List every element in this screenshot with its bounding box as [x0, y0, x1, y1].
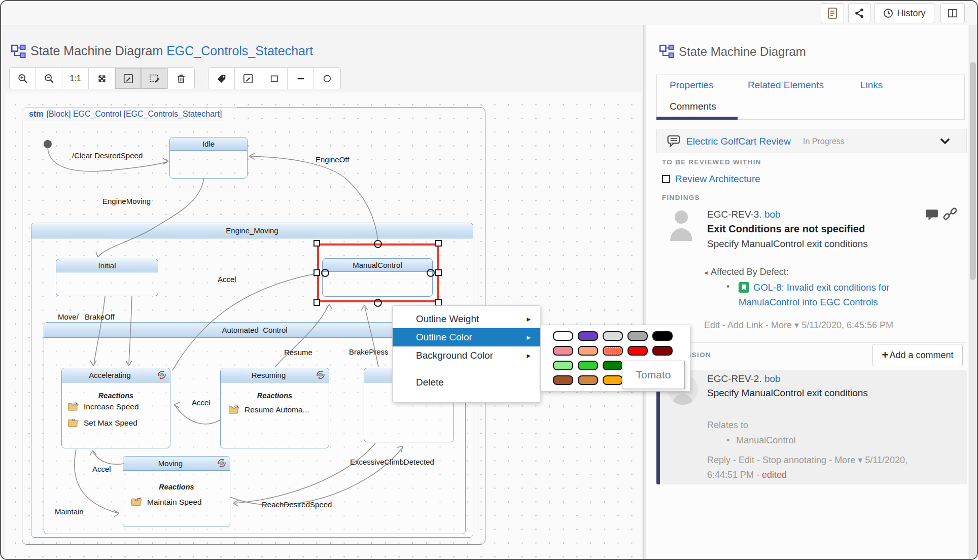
link-icon[interactable]	[942, 206, 958, 222]
zoom-reset-button[interactable]: 1:1	[62, 68, 89, 89]
state-accelerating[interactable]: Accelerating Reactions Increase Speed Se…	[61, 368, 170, 448]
menu-item-background-color[interactable]: Background Color ▸	[393, 346, 540, 365]
transition-label[interactable]: EngineMoving	[102, 197, 151, 205]
color-swatch-black[interactable]	[652, 331, 673, 341]
review-name[interactable]: Electric GolfCart Review	[686, 136, 791, 147]
color-swatch-limegreen[interactable]	[578, 361, 598, 370]
tab-related-elements[interactable]: Related Elements	[748, 80, 824, 91]
connection-anchor[interactable]	[321, 269, 329, 277]
review-status: In Progress	[803, 137, 845, 146]
selection-handle[interactable]	[313, 240, 320, 247]
connection-anchor[interactable]	[427, 269, 435, 277]
state-initial[interactable]: Initial	[56, 259, 158, 296]
submenu-arrow-icon: ▸	[527, 314, 531, 324]
delete-element-button[interactable]	[168, 68, 194, 89]
document-button[interactable]	[821, 3, 844, 23]
state-idle[interactable]: Idle	[169, 137, 248, 179]
share-button[interactable]	[848, 3, 870, 23]
color-swatch-green[interactable]	[603, 361, 623, 370]
review-header[interactable]: Electric GolfCart Review In Progress	[656, 129, 967, 153]
section-findings: FINDINGS	[662, 194, 700, 201]
color-swatch-darkred[interactable]	[652, 346, 673, 356]
transition-label[interactable]: ReachDesiredSpeed	[262, 500, 332, 509]
selection-handle[interactable]	[313, 299, 320, 306]
line-tool-button[interactable]	[288, 68, 314, 89]
transition-label[interactable]: BrakePress	[349, 347, 389, 356]
marquee-select-button[interactable]	[142, 68, 168, 89]
finding-actions[interactable]: Edit - Add Link - More	[704, 320, 792, 330]
color-swatch-peru[interactable]	[578, 375, 598, 385]
comment-author[interactable]: bob	[764, 373, 781, 384]
color-swatch-tomato[interactable]	[603, 346, 623, 356]
initial-pseudostate[interactable]	[44, 140, 52, 148]
comment-actions-row[interactable]: Reply - Edit - Stop annotating - More ▾ …	[707, 453, 940, 482]
transition-label[interactable]: BrakeOff	[85, 312, 115, 321]
selection-handle[interactable]	[313, 269, 320, 276]
zoom-out-button[interactable]	[36, 68, 62, 89]
tab-links[interactable]: Links	[860, 80, 883, 91]
edit-mode-button[interactable]	[115, 68, 142, 89]
split-view-button[interactable]	[940, 3, 965, 23]
state-accelerating-header: Accelerating	[62, 368, 170, 382]
transition-label[interactable]: ExcessiveClimbDetected	[350, 458, 434, 466]
affected-by-defect-label: Affected By Defect:	[711, 267, 789, 277]
color-swatch-white[interactable]	[553, 331, 573, 341]
color-swatch-orange[interactable]	[603, 375, 623, 385]
menu-item-outline-color[interactable]: Outline Color ▸	[393, 328, 540, 346]
tab-properties[interactable]: Properties	[670, 80, 714, 91]
history-button[interactable]: History	[875, 3, 934, 23]
tab-comments[interactable]: Comments	[670, 101, 716, 112]
menu-item-delete[interactable]: Delete	[393, 373, 540, 392]
transition-label[interactable]: Maintain	[55, 507, 84, 516]
transition-label[interactable]: Resume	[284, 348, 312, 357]
comment-count-icon[interactable]	[925, 209, 938, 221]
selection-handle[interactable]	[435, 240, 442, 247]
app-window: History State Machine Diagram EGC_Contro…	[0, 0, 978, 560]
review-architecture-link[interactable]: Review Architecture	[675, 173, 760, 184]
color-swatch-red[interactable]	[627, 346, 648, 356]
state-moving[interactable]: Moving Reactions Maintain Speed	[123, 456, 230, 527]
checkbox-icon[interactable]	[662, 175, 670, 183]
selection-handle[interactable]	[435, 269, 442, 276]
menu-item-label: Background Color	[416, 350, 493, 361]
relates-to-value: ManualControl	[736, 435, 795, 445]
finding-actions-row[interactable]: Edit - Add Link - More ▾ 5/11/2020, 6:45…	[704, 320, 893, 331]
scrollbar-thumb[interactable]	[970, 62, 976, 280]
state-resuming[interactable]: Resuming Reactions Resume Automa...	[220, 368, 329, 448]
color-swatch-purple[interactable]	[578, 331, 598, 341]
tag-tool-button[interactable]	[208, 68, 235, 89]
color-swatch-palevioletred[interactable]	[553, 346, 573, 356]
ellipse-tool-button[interactable]	[314, 68, 340, 89]
color-swatch-darkgray[interactable]	[627, 331, 648, 341]
menu-separator	[393, 369, 540, 369]
connection-anchor[interactable]	[374, 299, 382, 307]
transition-label[interactable]: Accel	[92, 465, 111, 473]
rectangle-tool-button[interactable]	[261, 68, 288, 89]
transition-label[interactable]: Move/	[58, 312, 79, 321]
finding-author[interactable]: bob	[764, 209, 781, 220]
color-swatch-lightsalmon[interactable]	[578, 346, 598, 356]
comment-actions[interactable]: Reply - Edit - Stop annotating - More	[707, 455, 855, 465]
selection-outline[interactable]	[317, 243, 439, 302]
transition-label[interactable]: Accel	[192, 398, 211, 407]
submenu-arrow-icon: ▸	[527, 333, 531, 342]
diagram-title-link[interactable]: EGC_Controls_Statechart	[166, 44, 313, 58]
chevron-down-icon[interactable]	[940, 138, 950, 145]
menu-item-outline-weight[interactable]: Outline Weight ▸	[393, 310, 540, 328]
color-swatch-gainsboro[interactable]	[603, 331, 623, 341]
comment-id-row: EGC-REV-2. bob	[707, 373, 781, 384]
marquee-edit-icon	[149, 73, 161, 84]
defect-link[interactable]: GOL-8: Invalid exit conditions for Manul…	[739, 282, 889, 307]
review-architecture-row[interactable]: Review Architecture	[662, 173, 760, 185]
zoom-in-button[interactable]	[10, 68, 36, 89]
connection-anchor[interactable]	[374, 240, 382, 248]
transition-label[interactable]: /Clear DesiredSpeed	[72, 151, 143, 160]
transition-label[interactable]: Accel	[218, 275, 236, 284]
transition-label[interactable]: EngineOff	[316, 155, 349, 164]
color-swatch-sienna[interactable]	[553, 375, 573, 385]
add-comment-button[interactable]: + Add a comment	[872, 344, 963, 366]
fit-to-screen-button[interactable]	[89, 68, 115, 89]
zoom-reset-label: 1:1	[69, 74, 81, 83]
annotation-tool-button[interactable]	[235, 68, 261, 89]
color-swatch-lightgreen[interactable]	[553, 361, 573, 370]
